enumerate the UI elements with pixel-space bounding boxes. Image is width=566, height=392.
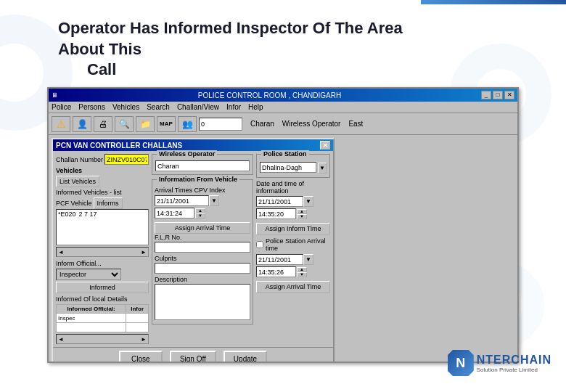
warning-icon: ⚠ [57,118,66,130]
vehicles-section-label: Vehicles [56,167,149,174]
menu-police[interactable]: Police [52,103,71,111]
informed-button[interactable]: Informed [56,282,149,293]
pcn-body: Challan Number Vehicles List Vehicles In… [53,151,333,347]
pcn-close-button[interactable]: ✕ [320,141,330,150]
search-icon: 🔍 [119,119,130,129]
heading-line2: Call [87,60,116,78]
time-spin-up-btn[interactable]: ▲ [195,208,205,213]
wireless-operator-input[interactable] [155,160,250,171]
arrival-date-dropdown-btn[interactable]: ▼ [209,195,219,206]
info-time-spin-down[interactable]: ▼ [297,214,307,219]
challan-number-input[interactable] [104,154,149,165]
ps-arrival-date-dropdown-btn[interactable]: ▼ [303,254,313,265]
minimize-button[interactable]: _ [481,91,491,99]
flr-label: F.L.R No. [155,234,250,241]
toolbar-folder-btn[interactable]: 📁 [136,116,155,132]
toolbar-map-btn[interactable]: MAP [157,116,176,132]
table-header-official: Informed Official: [57,305,126,314]
menu-search[interactable]: Search [147,103,170,111]
ps-arrival-date-input[interactable] [256,254,303,265]
person-icon: 👤 [77,119,88,129]
details-scroll-left[interactable]: ◄ [58,336,64,343]
dialog-area: PCN VAN CONTROLLER CHALLANS ✕ Challan Nu… [49,135,517,362]
toolbar-print-btn[interactable]: 🖨 [94,116,112,132]
menu-challan[interactable]: Challan/View [177,103,219,111]
police-station-row: ▼ [260,162,327,174]
vehicle-list-box[interactable]: *E020 2 7 17 [56,209,149,245]
culprits-input[interactable] [155,263,250,274]
table-header-infor: Infor [126,305,149,314]
informs-button[interactable]: Informs [94,197,123,209]
assign-arrival-btn[interactable]: Assign Arrival Time [155,222,250,234]
close-button[interactable]: ✕ [504,91,514,99]
arrival-date-input[interactable] [155,195,209,206]
table-cell-inspector: Inspec [57,314,126,323]
informed-details-table: Informed Official: Infor Inspec [56,304,149,332]
police-station-title: Police Station [261,150,309,158]
print-icon: 🖨 [99,119,107,129]
close-footer-button[interactable]: Close [119,351,163,362]
arrival-time-input[interactable] [155,208,194,219]
culprits-label: Culprits [155,255,250,262]
toolbar-person-btn[interactable]: 👤 [73,116,91,132]
menu-help[interactable]: Help [248,103,263,111]
scroll-left-icon[interactable]: ◄ [58,249,64,256]
informed-of-label: Informed Of local Details [56,295,149,303]
ps-assign-arrival-btn[interactable]: Assign Arrival Time [256,281,330,293]
toolbar-number-input[interactable] [199,118,242,131]
menu-vehicles[interactable]: Vehicles [112,103,139,111]
app-window: 🖥 POLICE CONTROL ROOM , CHANDIGARH _ □ ✕… [47,87,519,363]
time-spin-down-btn[interactable]: ▼ [195,213,205,219]
menu-infor[interactable]: Infor [226,103,241,111]
toolbar-status-role: Wireless Operator [282,120,341,128]
vehicle-date: 2 7 17 [79,211,97,218]
ps-arrival-time-spin: ▲ ▼ [297,267,307,277]
info-date-input[interactable] [256,196,303,207]
inspector-dropdown-row: Inspector [56,269,149,280]
assign-inform-time-btn[interactable]: Assign Inform Time [256,223,330,234]
arrival-date-row: ▼ [155,195,250,206]
left-panel: Challan Number Vehicles List Vehicles In… [56,154,149,344]
scroll-right-icon[interactable]: ► [141,249,147,256]
inform-official-label: Inform Official... [56,260,149,267]
main-content: PCN VAN CONTROLLER CHALLANS ✕ Challan Nu… [49,135,517,362]
vehicle-info-title: Information From Vehicle [157,176,239,183]
ps-arrival-checkbox-row: Police Station Arrival time [256,237,330,252]
ps-arrival-spin-down[interactable]: ▼ [297,272,307,277]
toolbar-status-charan: Charan [250,120,274,128]
inform-official-section: Inform Official... Inspector Informed [56,260,149,293]
sign-off-button[interactable]: Sign Off [170,351,216,362]
time-spin-controls: ▲ ▼ [195,208,205,219]
update-button[interactable]: Update [223,351,267,362]
inspector-dropdown[interactable]: Inspector [56,269,121,280]
ps-arrival-time-input[interactable] [256,266,296,277]
info-time-spin-up[interactable]: ▲ [297,209,307,214]
ps-arrival-time-row: ▲ ▼ [256,266,330,277]
toolbar-people-btn[interactable]: 👥 [178,116,197,132]
flr-input[interactable] [155,242,250,253]
ps-arrival-section: Police Station Arrival time ▼ ▲ ▼ [256,237,330,293]
details-scroll-right[interactable]: ► [141,336,147,343]
info-time-row: ▲ ▼ [256,208,330,219]
ps-arrival-checkbox[interactable] [256,241,263,248]
ps-arrival-spin-up[interactable]: ▲ [297,267,307,272]
maximize-button[interactable]: □ [493,91,503,99]
info-time-input[interactable] [256,208,296,219]
toolbar-warning-btn[interactable]: ⚠ [52,116,70,132]
toolbar: ⚠ 👤 🖨 🔍 📁 MAP 👥 Charan Wireless Operator… [49,113,517,135]
menu-persons[interactable]: Persons [78,103,105,111]
details-scrollbar[interactable]: ◄ ► [56,334,149,344]
logo-container: N NTERCHAIN Solution Private Limited [448,350,551,376]
toolbar-search-btn[interactable]: 🔍 [115,116,134,132]
ps-arrival-date-row: ▼ [256,254,330,265]
menu-bar: Police Persons Vehicles Search Challan/V… [49,102,517,113]
table-cell-empty2 [126,323,149,332]
vehicle-scrollbar[interactable]: ◄ ► [56,247,149,257]
police-station-group: Police Station ▼ [256,154,330,178]
police-station-dropdown-btn[interactable]: ▼ [318,163,327,173]
description-textarea[interactable] [155,284,250,320]
info-date-dropdown-btn[interactable]: ▼ [303,196,313,207]
pcn-title-bar: PCN VAN CONTROLLER CHALLANS ✕ [53,139,333,151]
police-station-input[interactable] [260,162,316,173]
list-vehicles-button[interactable]: List Vehicles [56,176,99,187]
